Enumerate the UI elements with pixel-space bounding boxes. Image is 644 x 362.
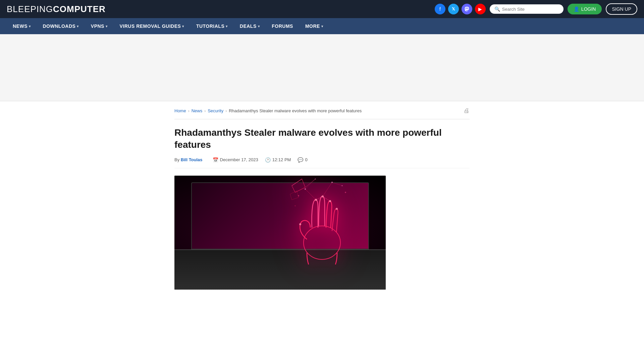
- youtube-icon[interactable]: ▶: [475, 4, 486, 14]
- twitter-icon[interactable]: 𝕏: [448, 4, 459, 14]
- svg-line-21: [292, 179, 302, 186]
- nav-dropdown-caret: ▾: [258, 24, 260, 28]
- ad-banner: [0, 34, 644, 101]
- clock-icon: 🕐: [265, 157, 271, 163]
- nav-item-forums[interactable]: FORUMS: [266, 18, 299, 34]
- svg-point-18: [295, 205, 296, 206]
- nav-dropdown-caret: ▾: [77, 24, 79, 28]
- comment-icon: 💬: [298, 157, 303, 163]
- svg-line-9: [323, 196, 330, 201]
- svg-line-10: [305, 179, 315, 189]
- svg-point-17: [345, 192, 346, 193]
- nav-item-more[interactable]: MORE ▾: [299, 18, 329, 34]
- article-time: 🕐 12:12 PM: [265, 157, 291, 163]
- facebook-icon[interactable]: f: [435, 4, 445, 14]
- author-link[interactable]: Bill Toulas: [181, 157, 203, 162]
- svg-line-11: [332, 182, 342, 186]
- nav-item-virus-removal[interactable]: VIRUS REMOVAL GUIDES ▾: [113, 18, 190, 34]
- search-icon: 🔍: [494, 6, 500, 12]
- breadcrumb-separator: ›: [188, 109, 190, 113]
- nav-dropdown-caret: ▾: [29, 24, 31, 28]
- breadcrumb-row: Home › News › Security › Rhadamanthys St…: [174, 101, 470, 119]
- svg-point-15: [342, 185, 343, 186]
- neon-hand-visual: [285, 176, 359, 269]
- social-icons: f 𝕏 ▶: [435, 4, 486, 14]
- svg-point-5: [299, 223, 301, 225]
- nav-item-news[interactable]: NEWS ▾: [7, 18, 37, 34]
- breadcrumb-home[interactable]: Home: [174, 108, 186, 113]
- search-input[interactable]: [502, 7, 559, 12]
- svg-point-13: [331, 182, 333, 183]
- svg-line-7: [323, 182, 332, 196]
- nav-item-deals[interactable]: DEALS ▾: [234, 18, 266, 34]
- article-comments[interactable]: 💬 0: [298, 157, 307, 163]
- site-logo[interactable]: BLEEPINGCOMPUTER: [7, 4, 106, 14]
- nav-item-tutorials[interactable]: TUTORIALS ▾: [190, 18, 234, 34]
- nav-dropdown-caret: ▾: [226, 24, 228, 28]
- login-button[interactable]: 👤 LOGIN: [568, 4, 602, 14]
- svg-point-0: [304, 226, 340, 259]
- article-meta: By Bill Toulas 📅 December 17, 2023 🕐 12:…: [174, 157, 470, 168]
- search-box: 🔍: [490, 4, 564, 14]
- svg-point-4: [336, 208, 338, 210]
- nav-dropdown-caret: ▾: [182, 24, 184, 28]
- article-title: Rhadamanthys Stealer malware evolves wit…: [174, 127, 470, 151]
- logo-bold: COMPUTER: [53, 4, 106, 14]
- article-date: 📅 December 17, 2023: [213, 157, 258, 163]
- breadcrumb-separator: ›: [204, 109, 206, 113]
- svg-point-12: [305, 188, 306, 190]
- breadcrumb-news[interactable]: News: [192, 108, 203, 113]
- svg-marker-19: [292, 179, 305, 192]
- main-content: Home › News › Security › Rhadamanthys St…: [168, 101, 476, 290]
- login-label: LOGIN: [581, 6, 596, 12]
- svg-line-8: [316, 196, 323, 200]
- breadcrumb: Home › News › Security › Rhadamanthys St…: [174, 108, 362, 113]
- breadcrumb-security[interactable]: Security: [208, 108, 223, 113]
- nav-item-vpns[interactable]: VPNS ▾: [85, 18, 114, 34]
- logo-regular: BLEEPING: [7, 4, 53, 14]
- breadcrumb-current: Rhadamanthys Stealer malware evolves wit…: [229, 108, 362, 113]
- nav-dropdown-caret: ▾: [321, 24, 323, 28]
- print-icon[interactable]: 🖨: [464, 107, 470, 114]
- article-author: By Bill Toulas: [174, 157, 203, 162]
- signup-label: SIGN UP: [612, 6, 631, 12]
- user-icon: 👤: [574, 6, 579, 12]
- signup-button[interactable]: SIGN UP: [606, 3, 637, 15]
- calendar-icon: 📅: [213, 157, 218, 163]
- nav-item-downloads[interactable]: DOWNLOADS ▾: [37, 18, 85, 34]
- mastodon-icon[interactable]: [462, 4, 472, 14]
- article-hero-image: [174, 176, 386, 290]
- svg-line-6: [305, 189, 316, 200]
- svg-marker-20: [290, 191, 299, 200]
- header-right: f 𝕏 ▶ 🔍 👤 LOGIN SIGN UP: [435, 3, 637, 15]
- breadcrumb-separator: ›: [225, 109, 227, 113]
- main-nav: NEWS ▾ DOWNLOADS ▾ VPNS ▾ VIRUS REMOVAL …: [0, 18, 644, 34]
- svg-line-22: [305, 179, 315, 187]
- site-header: BLEEPINGCOMPUTER f 𝕏 ▶ 🔍 👤 LOGIN SIG: [0, 0, 644, 18]
- nav-dropdown-caret: ▾: [106, 24, 108, 28]
